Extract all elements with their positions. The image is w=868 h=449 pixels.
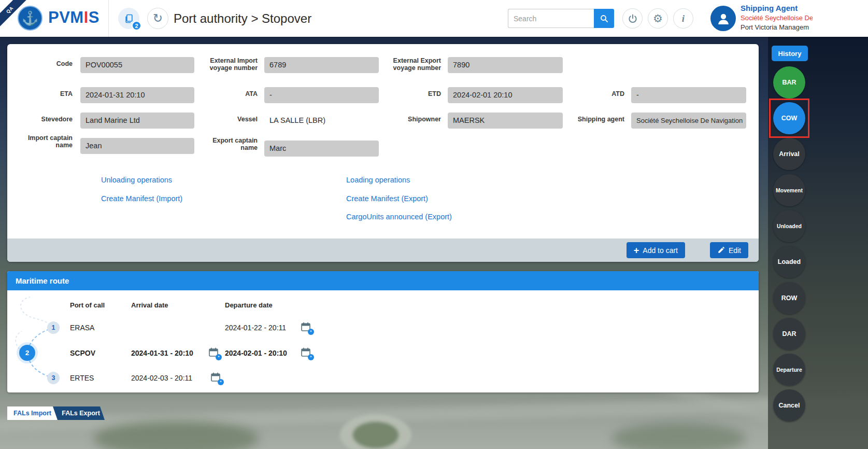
info-button[interactable]: i <box>673 8 693 29</box>
external-import-voyage-field[interactable]: 6789 <box>264 57 379 73</box>
calendar-picker-stop2-arrival[interactable]: * <box>208 347 219 357</box>
header-divider <box>108 0 109 37</box>
mandatory-star-badge: * <box>308 329 314 335</box>
import-captain-label: Import captain name <box>16 135 73 149</box>
eta-field[interactable]: 2024-01-31 20:10 <box>80 87 194 103</box>
mandatory-star-badge: * <box>216 354 222 360</box>
route-stop-2-arrival: 2024-01-31 - 20:10 <box>131 349 193 357</box>
breadcrumb-title: Port authority > Stopover <box>174 0 311 37</box>
header: QA ⚓ PVMIS 2 ↻ Port authority > Stopover <box>0 0 868 37</box>
route-stop-1-port: ERASA <box>70 324 94 332</box>
export-captain-label: Export captain name <box>201 137 258 151</box>
info-icon: i <box>682 13 685 24</box>
tab-fals-import[interactable]: FALs Import <box>7 406 58 420</box>
status-unloaded-button[interactable]: Unloaded <box>773 210 805 242</box>
edit-button[interactable]: Edit <box>710 242 748 258</box>
status-sidebar: History BAR COW Arrival Movement Unloade… <box>768 37 868 449</box>
maritime-route-title: Maritime route <box>7 271 759 290</box>
background-trees <box>611 423 746 449</box>
route-stop-3-arrival: 2024-02-03 - 20:11 <box>131 374 192 382</box>
ata-field[interactable]: - <box>264 87 379 103</box>
atd-field[interactable]: - <box>631 87 746 103</box>
documents-count-badge: 2 <box>132 21 141 31</box>
mandatory-star-badge: * <box>218 379 224 385</box>
shipowner-field[interactable]: MAERSK <box>448 113 563 129</box>
search-input[interactable] <box>508 9 594 28</box>
history-button[interactable]: History <box>772 46 808 61</box>
external-import-voyage-label: External Import voyage number <box>201 58 258 72</box>
search-icon <box>600 14 609 23</box>
pvmis-logo: ⚓ <box>18 6 42 31</box>
logout-button[interactable] <box>622 8 643 29</box>
route-stop-2-marker[interactable]: 2 <box>19 345 35 361</box>
route-stop-1-departure: 2024-01-22 - 20:11 <box>225 324 286 332</box>
status-movement-button[interactable]: Movement <box>773 174 805 206</box>
eta-label: ETA <box>16 91 73 98</box>
column-arrival-date: Arrival date <box>131 301 168 309</box>
edit-icon <box>717 246 725 254</box>
status-arrival-button[interactable]: Arrival <box>773 138 805 170</box>
search-button[interactable] <box>594 9 614 28</box>
user-avatar[interactable] <box>710 6 736 31</box>
status-dar-button[interactable]: DAR <box>773 318 805 350</box>
gear-icon: ⚙ <box>653 12 663 25</box>
unloading-operations-link[interactable]: Unloading operations <box>101 176 172 184</box>
code-field[interactable]: POV00055 <box>80 57 194 73</box>
external-export-voyage-label: External Export voyage number <box>384 58 441 72</box>
user-organisation: Port Victoria Managem <box>741 23 813 32</box>
maritime-route-card: Maritime route Port of call Arrival date… <box>7 271 759 392</box>
pvmis-wordmark: PVMIS <box>48 8 99 27</box>
app-root: QA ⚓ PVMIS 2 ↻ Port authority > Stopover <box>0 0 868 449</box>
route-stop-2-departure: 2024-02-01 - 20:10 <box>225 349 287 357</box>
create-manifest-import-link[interactable]: Create Manifest (Import) <box>101 194 182 203</box>
person-icon <box>716 11 731 26</box>
user-info: Shipping Agent Société Seychelloise De P… <box>741 3 813 34</box>
calendar-picker-stop3-arrival[interactable]: * <box>210 372 221 382</box>
calendar-picker-stop1-departure[interactable]: * <box>301 321 311 332</box>
plus-icon: + <box>634 246 639 255</box>
tab-fals-export[interactable]: FALs Export <box>53 406 105 420</box>
loading-operations-link[interactable]: Loading operations <box>346 176 410 184</box>
cargounits-announced-link[interactable]: CargoUnits announced (Export) <box>346 213 452 221</box>
add-to-cart-button[interactable]: + Add to cart <box>627 242 685 258</box>
status-bar-button[interactable]: BAR <box>773 66 805 99</box>
external-export-voyage-field[interactable]: 7890 <box>448 57 563 73</box>
status-row-button[interactable]: ROW <box>773 282 805 314</box>
vessel-value: LA SALLE (LBR) <box>269 116 325 124</box>
route-stop-1-marker[interactable]: 1 <box>47 321 60 334</box>
export-captain-field[interactable]: Marc <box>264 141 379 157</box>
status-loaded-button[interactable]: Loaded <box>773 246 805 278</box>
user-role: Shipping Agent <box>741 3 813 13</box>
shipowner-label: Shipowner <box>384 116 441 123</box>
route-stop-3-marker[interactable]: 3 <box>47 372 60 384</box>
stevedore-label: Stevedore <box>16 116 73 123</box>
search-bar <box>508 9 614 28</box>
stopover-detail-card: Code POV00055 External Import voyage num… <box>7 44 759 262</box>
status-cow-button[interactable]: COW <box>773 102 805 134</box>
column-departure-date: Departure date <box>225 301 273 309</box>
shipping-agent-field[interactable]: Société Seychelloise De Navigation <box>631 113 746 129</box>
create-manifest-export-link[interactable]: Create Manifest (Export) <box>346 194 428 203</box>
card-action-bar: + Add to cart Edit <box>7 238 759 262</box>
etd-label: ETD <box>384 91 441 98</box>
stevedore-field[interactable]: Land Marine Ltd <box>80 113 194 129</box>
status-cancel-button[interactable]: Cancel <box>773 389 805 422</box>
anchor-icon: ⚓ <box>22 10 38 26</box>
etd-field[interactable]: 2024-02-01 20:10 <box>448 87 563 103</box>
vessel-label: Vessel <box>201 116 258 123</box>
shipping-agent-label: Shipping agent <box>567 116 624 123</box>
power-icon <box>628 13 638 24</box>
settings-button[interactable]: ⚙ <box>648 8 668 29</box>
calendar-picker-stop2-departure[interactable]: * <box>301 347 311 357</box>
status-departure-button[interactable]: Departure <box>773 354 805 386</box>
user-company: Société Seychelloise De <box>741 13 813 23</box>
atd-label: ATD <box>567 91 624 98</box>
refresh-icon: ↻ <box>153 11 163 25</box>
code-label: Code <box>16 61 73 68</box>
refresh-button[interactable]: ↻ <box>147 8 168 29</box>
route-stop-2-port: SCPOV <box>70 349 95 357</box>
ata-label: ATA <box>201 91 258 98</box>
import-captain-field[interactable]: Jean <box>80 138 194 154</box>
mandatory-star-badge: * <box>308 354 314 360</box>
route-stop-3-port: ERTES <box>70 374 94 382</box>
